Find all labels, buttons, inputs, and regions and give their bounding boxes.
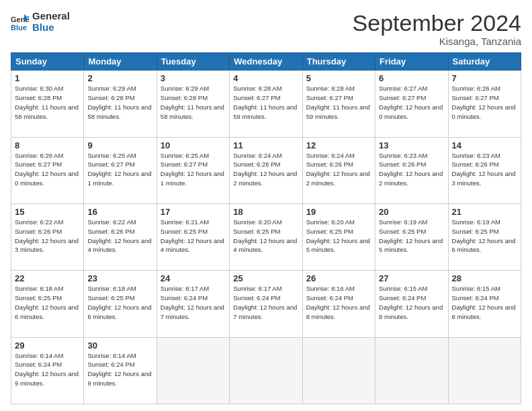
day-13: 13 Sunrise: 6:23 AMSunset: 6:26 PMDaylig… <box>375 137 448 203</box>
calendar-row-4: 22 Sunrise: 6:18 AMSunset: 6:25 PMDaylig… <box>11 271 521 337</box>
day-29: 29 Sunrise: 6:14 AMSunset: 6:24 PMDaylig… <box>11 337 84 404</box>
col-friday: Friday <box>375 53 448 71</box>
logo-general: General <box>32 11 70 22</box>
day-16: 16 Sunrise: 6:22 AMSunset: 6:26 PMDaylig… <box>84 204 157 271</box>
empty-cell-1 <box>157 337 229 404</box>
calendar-row-3: 15 Sunrise: 6:22 AMSunset: 6:26 PMDaylig… <box>11 204 521 271</box>
day-2: 2 Sunrise: 6:29 AMSunset: 6:28 PMDayligh… <box>84 71 157 137</box>
calendar-row-1: 1 Sunrise: 6:30 AMSunset: 6:28 PMDayligh… <box>11 71 521 137</box>
day-6: 6 Sunrise: 6:27 AMSunset: 6:27 PMDayligh… <box>375 71 448 137</box>
day-25: 25 Sunrise: 6:17 AMSunset: 6:24 PMDaylig… <box>230 271 302 337</box>
day-14: 14 Sunrise: 6:23 AMSunset: 6:26 PMDaylig… <box>448 137 521 203</box>
day-28: 28 Sunrise: 6:15 AMSunset: 6:24 PMDaylig… <box>448 271 521 337</box>
logo: General Blue General Blue <box>11 11 70 33</box>
empty-cell-5 <box>448 337 521 404</box>
page: General Blue General Blue September 2024… <box>0 0 532 411</box>
day-23: 23 Sunrise: 6:18 AMSunset: 6:25 PMDaylig… <box>84 271 157 337</box>
location-subtitle: Kisanga, Tanzania <box>353 36 521 47</box>
day-12: 12 Sunrise: 6:24 AMSunset: 6:26 PMDaylig… <box>302 137 375 203</box>
day-30: 30 Sunrise: 6:14 AMSunset: 6:24 PMDaylig… <box>84 337 157 404</box>
day-8: 8 Sunrise: 6:26 AMSunset: 6:27 PMDayligh… <box>11 137 84 203</box>
header: General Blue General Blue September 2024… <box>11 11 521 47</box>
day-24: 24 Sunrise: 6:17 AMSunset: 6:24 PMDaylig… <box>157 271 229 337</box>
empty-cell-2 <box>230 337 302 404</box>
logo-blue: Blue <box>32 22 70 34</box>
month-title: September 2024 <box>353 11 521 36</box>
calendar-table: Sunday Monday Tuesday Wednesday Thursday… <box>11 52 521 404</box>
empty-cell-4 <box>375 337 448 404</box>
day-1: 1 Sunrise: 6:30 AMSunset: 6:28 PMDayligh… <box>11 71 84 137</box>
day-19: 19 Sunrise: 6:20 AMSunset: 6:25 PMDaylig… <box>302 204 375 271</box>
svg-text:Blue: Blue <box>11 24 27 32</box>
day-18: 18 Sunrise: 6:20 AMSunset: 6:25 PMDaylig… <box>230 204 302 271</box>
col-sunday: Sunday <box>11 53 84 71</box>
day-11: 11 Sunrise: 6:24 AMSunset: 6:26 PMDaylig… <box>230 137 302 203</box>
day-17: 17 Sunrise: 6:21 AMSunset: 6:25 PMDaylig… <box>157 204 229 271</box>
logo-icon: General Blue <box>11 13 30 32</box>
day-7: 7 Sunrise: 6:26 AMSunset: 6:27 PMDayligh… <box>448 71 521 137</box>
day-4: 4 Sunrise: 6:28 AMSunset: 6:27 PMDayligh… <box>230 71 302 137</box>
day-15: 15 Sunrise: 6:22 AMSunset: 6:26 PMDaylig… <box>11 204 84 271</box>
col-tuesday: Tuesday <box>157 53 229 71</box>
day-22: 22 Sunrise: 6:18 AMSunset: 6:25 PMDaylig… <box>11 271 84 337</box>
calendar-header-row: Sunday Monday Tuesday Wednesday Thursday… <box>11 53 521 71</box>
col-saturday: Saturday <box>448 53 521 71</box>
day-20: 20 Sunrise: 6:19 AMSunset: 6:25 PMDaylig… <box>375 204 448 271</box>
day-3: 3 Sunrise: 6:29 AMSunset: 6:28 PMDayligh… <box>157 71 229 137</box>
day-5: 5 Sunrise: 6:28 AMSunset: 6:27 PMDayligh… <box>302 71 375 137</box>
calendar-row-5: 29 Sunrise: 6:14 AMSunset: 6:24 PMDaylig… <box>11 337 521 404</box>
day-9: 9 Sunrise: 6:25 AMSunset: 6:27 PMDayligh… <box>84 137 157 203</box>
empty-cell-3 <box>302 337 375 404</box>
day-26: 26 Sunrise: 6:16 AMSunset: 6:24 PMDaylig… <box>302 271 375 337</box>
col-monday: Monday <box>84 53 157 71</box>
day-27: 27 Sunrise: 6:15 AMSunset: 6:24 PMDaylig… <box>375 271 448 337</box>
col-thursday: Thursday <box>302 53 375 71</box>
calendar-row-2: 8 Sunrise: 6:26 AMSunset: 6:27 PMDayligh… <box>11 137 521 203</box>
col-wednesday: Wednesday <box>230 53 302 71</box>
day-21: 21 Sunrise: 6:19 AMSunset: 6:25 PMDaylig… <box>448 204 521 271</box>
title-block: September 2024 Kisanga, Tanzania <box>353 11 521 47</box>
day-10: 10 Sunrise: 6:25 AMSunset: 6:27 PMDaylig… <box>157 137 229 203</box>
